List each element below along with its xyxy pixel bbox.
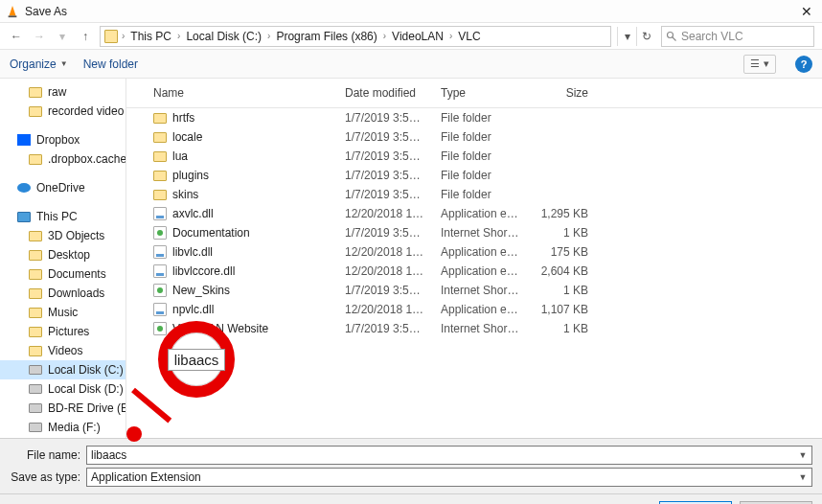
folder-icon	[29, 286, 42, 300]
file-row[interactable]: lua1/7/2019 3:57 PMFile folder	[126, 147, 822, 166]
column-name[interactable]: Name	[146, 82, 337, 103]
sidebar-item[interactable]: 3D Objects	[0, 226, 126, 245]
sidebar-item-label: This PC	[36, 210, 78, 223]
view-options-button[interactable]: ☰ ▾	[743, 55, 776, 74]
file-row[interactable]: VideoLAN Website1/7/2019 3:57 PMInternet…	[126, 319, 822, 338]
file-row[interactable]: axvlc.dll12/20/2018 10:50 ...Application…	[126, 204, 822, 223]
sidebar-item[interactable]: .dropbox.cache	[0, 149, 126, 169]
help-button[interactable]: ?	[795, 56, 812, 73]
folder-icon	[29, 229, 42, 242]
file-size: 1 KB	[529, 224, 596, 241]
sidebar-item[interactable]: CD Drive (G:) Cri	[0, 437, 126, 438]
cancel-button[interactable]: Cancel	[740, 501, 812, 505]
file-row[interactable]: New_Skins1/7/2019 3:57 PMInternet Shortc…	[126, 281, 822, 300]
sidebar-item[interactable]: Videos	[0, 341, 126, 360]
file-list-header: Name Date modified Type Size	[126, 79, 822, 108]
file-row[interactable]: hrtfs1/7/2019 3:57 PMFile folder	[126, 108, 822, 127]
sidebar-item[interactable]: This PC	[0, 207, 126, 226]
sidebar-item[interactable]: Local Disk (C:)	[0, 360, 126, 379]
chevron-down-icon[interactable]: ▼	[796, 448, 810, 462]
dropbox-icon	[17, 133, 31, 147]
sidebar-item[interactable]: Desktop	[0, 245, 126, 264]
file-name: libvlccore.dll	[172, 264, 235, 278]
breadcrumb[interactable]: This PC	[128, 30, 173, 43]
breadcrumb[interactable]: VLC	[456, 30, 482, 43]
sidebar-item[interactable]: Music	[0, 303, 126, 322]
sidebar-item[interactable]: OneDrive	[0, 178, 126, 197]
file-size: 175 KB	[529, 243, 596, 261]
sidebar-item-label: 3D Objects	[48, 229, 104, 242]
save-button[interactable]: Save	[659, 501, 732, 505]
refresh-button[interactable]: ↻	[636, 27, 655, 46]
svg-point-2	[668, 32, 674, 37]
folder-icon	[29, 306, 42, 319]
breadcrumb[interactable]: Local Disk (C:)	[184, 30, 263, 43]
svg-marker-0	[10, 5, 16, 15]
column-type[interactable]: Type	[433, 82, 529, 103]
chevron-down-icon: ▼	[60, 59, 68, 68]
file-type: Application extens...	[433, 205, 529, 222]
sidebar[interactable]: rawrecorded videoDropbox.dropbox.cacheOn…	[0, 79, 126, 438]
file-size: 1,295 KB	[529, 205, 596, 222]
file-type: File folder	[433, 109, 529, 126]
sidebar-item[interactable]: Local Disk (D:)	[0, 379, 126, 399]
organize-button[interactable]: Organize▼	[10, 57, 68, 71]
sidebar-item[interactable]: Downloads	[0, 284, 126, 303]
file-date: 12/20/2018 10:40 ...	[337, 263, 433, 280]
back-button[interactable]: ←	[8, 28, 25, 45]
file-date: 1/7/2019 3:57 PM	[337, 186, 433, 203]
sidebar-item-label: recorded video	[48, 104, 124, 118]
file-row[interactable]: libvlccore.dll12/20/2018 10:40 ...Applic…	[126, 262, 822, 281]
sidebar-item[interactable]: BD-RE Drive (E:)	[0, 399, 126, 418]
sidebar-item[interactable]: Documents	[0, 264, 126, 284]
folder-icon	[29, 267, 42, 281]
recent-button[interactable]: ▾	[54, 28, 71, 45]
file-date: 1/7/2019 3:57 PM	[337, 282, 433, 299]
search-input[interactable]: Search VLC	[661, 26, 814, 47]
chevron-right-icon: ›	[175, 31, 182, 41]
address-bar[interactable]: › This PC › Local Disk (C:) › Program Fi…	[100, 26, 611, 47]
file-name: plugins	[172, 169, 209, 182]
search-placeholder: Search VLC	[681, 30, 743, 43]
saveastype-select[interactable]: Application Extension ▼	[86, 468, 812, 487]
file-name: locale	[172, 130, 202, 144]
file-name: skins	[172, 188, 198, 201]
file-name: New_Skins	[172, 284, 230, 297]
file-type: Application extens...	[433, 263, 529, 280]
file-date: 12/20/2018 10:50 ...	[337, 205, 433, 222]
new-folder-button[interactable]: New folder	[83, 57, 138, 71]
column-size[interactable]: Size	[529, 82, 596, 103]
chevron-down-icon[interactable]: ▼	[796, 470, 810, 484]
breadcrumb[interactable]: VideoLAN	[390, 30, 445, 43]
sidebar-item[interactable]: raw	[0, 82, 126, 102]
chevron-right-icon: ›	[447, 31, 454, 41]
sidebar-item[interactable]: Dropbox	[0, 130, 126, 149]
file-type: File folder	[433, 186, 529, 203]
file-row[interactable]: libvlc.dll12/20/2018 10:40 ...Applicatio…	[126, 242, 822, 262]
file-row[interactable]: skins1/7/2019 3:57 PMFile folder	[126, 185, 822, 204]
file-size	[529, 116, 596, 120]
address-dropdown-button[interactable]: ▾	[617, 27, 636, 46]
file-row[interactable]: locale1/7/2019 3:57 PMFile folder	[126, 127, 822, 147]
bottom-panel: File name: libaacs ▼ Save as type: Appli…	[0, 438, 822, 493]
highlight-dot	[126, 426, 142, 442]
dll-icon	[153, 245, 167, 259]
up-button[interactable]: ↑	[77, 28, 94, 45]
column-date[interactable]: Date modified	[337, 82, 433, 103]
pc-icon	[17, 210, 31, 223]
file-row[interactable]: plugins1/7/2019 3:57 PMFile folder	[126, 166, 822, 185]
breadcrumb[interactable]: Program Files (x86)	[274, 30, 378, 43]
file-list[interactable]: Name Date modified Type Size hrtfs1/7/20…	[126, 79, 822, 438]
app-icon	[6, 5, 19, 18]
dll-icon	[153, 303, 167, 316]
file-name: libvlc.dll	[172, 245, 213, 259]
close-button[interactable]: ✕	[797, 4, 816, 19]
file-row[interactable]: Documentation1/7/2019 3:57 PMInternet Sh…	[126, 223, 822, 242]
sidebar-item[interactable]: recorded video	[0, 102, 126, 121]
sidebar-item[interactable]: Media (F:)	[0, 418, 126, 437]
sidebar-item[interactable]: Pictures	[0, 322, 126, 341]
filename-input[interactable]: libaacs ▼	[86, 446, 812, 465]
sidebar-item-label: .dropbox.cache	[48, 152, 126, 166]
sidebar-item-label: BD-RE Drive (E:)	[48, 401, 126, 415]
file-row[interactable]: npvlc.dll12/20/2018 10:50 ...Application…	[126, 300, 822, 319]
